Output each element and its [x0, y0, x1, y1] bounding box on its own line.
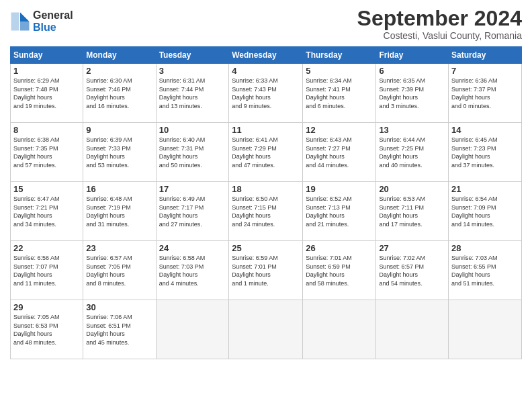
day-3: 3 Sunrise: 6:31 AMSunset: 7:44 PMDayligh… — [156, 64, 229, 123]
day-22: 22 Sunrise: 6:56 AMSunset: 7:07 PMDaylig… — [11, 241, 83, 300]
svg-rect-2 — [11, 12, 19, 30]
day-8: 8 Sunrise: 6:38 AMSunset: 7:35 PMDayligh… — [11, 123, 83, 182]
day-13: 13 Sunrise: 6:44 AMSunset: 7:25 PMDaylig… — [376, 123, 449, 182]
logo-text: General Blue — [33, 9, 73, 33]
header-thursday: Thursday — [303, 47, 376, 64]
svg-marker-1 — [20, 21, 30, 31]
logo-general-text: General — [33, 9, 73, 21]
day-25: 25 Sunrise: 6:59 AMSunset: 7:01 PMDaylig… — [229, 241, 303, 300]
day-19: 19 Sunrise: 6:52 AMSunset: 7:13 PMDaylig… — [303, 182, 376, 241]
empty-cell-3 — [303, 300, 376, 359]
day-26: 26 Sunrise: 7:01 AMSunset: 6:59 PMDaylig… — [303, 241, 376, 300]
day-30: 30 Sunrise: 7:06 AMSunset: 6:51 PMDaylig… — [83, 300, 156, 359]
header-wednesday: Wednesday — [229, 47, 303, 64]
day-10: 10 Sunrise: 6:40 AMSunset: 7:31 PMDaylig… — [156, 123, 229, 182]
day-11: 11 Sunrise: 6:41 AMSunset: 7:29 PMDaylig… — [229, 123, 303, 182]
day-28: 28 Sunrise: 7:03 AMSunset: 6:55 PMDaylig… — [449, 241, 522, 300]
empty-cell-1 — [156, 300, 229, 359]
day-4: 4 Sunrise: 6:33 AMSunset: 7:43 PMDayligh… — [229, 64, 303, 123]
month-title: September 2024 — [357, 7, 522, 30]
day-12: 12 Sunrise: 6:43 AMSunset: 7:27 PMDaylig… — [303, 123, 376, 182]
day-7: 7 Sunrise: 6:36 AMSunset: 7:37 PMDayligh… — [449, 64, 522, 123]
week-4: 22 Sunrise: 6:56 AMSunset: 7:07 PMDaylig… — [11, 241, 522, 300]
day-9: 9 Sunrise: 6:39 AMSunset: 7:33 PMDayligh… — [83, 123, 156, 182]
day-1: 1 Sunrise: 6:29 AMSunset: 7:48 PMDayligh… — [11, 64, 83, 123]
page: General Blue September 2024 Costesti, Va… — [0, 0, 532, 411]
week-5: 29 Sunrise: 7:05 AMSunset: 6:53 PMDaylig… — [11, 300, 522, 359]
day-14: 14 Sunrise: 6:45 AMSunset: 7:23 PMDaylig… — [449, 123, 522, 182]
days-header-row: Sunday Monday Tuesday Wednesday Thursday… — [11, 47, 522, 64]
title-section: September 2024 Costesti, Vaslui County, … — [357, 7, 522, 41]
day-23: 23 Sunrise: 6:57 AMSunset: 7:05 PMDaylig… — [83, 241, 156, 300]
day-18: 18 Sunrise: 6:50 AMSunset: 7:15 PMDaylig… — [229, 182, 303, 241]
day-16: 16 Sunrise: 6:48 AMSunset: 7:19 PMDaylig… — [83, 182, 156, 241]
week-1: 1 Sunrise: 6:29 AMSunset: 7:48 PMDayligh… — [11, 64, 522, 123]
logo: General Blue — [10, 9, 73, 33]
empty-cell-4 — [376, 300, 449, 359]
day-17: 17 Sunrise: 6:49 AMSunset: 7:17 PMDaylig… — [156, 182, 229, 241]
day-24: 24 Sunrise: 6:58 AMSunset: 7:03 PMDaylig… — [156, 241, 229, 300]
day-21: 21 Sunrise: 6:54 AMSunset: 7:09 PMDaylig… — [449, 182, 522, 241]
logo-icon — [10, 11, 30, 32]
day-6: 6 Sunrise: 6:35 AMSunset: 7:39 PMDayligh… — [376, 64, 449, 123]
day-15: 15 Sunrise: 6:47 AMSunset: 7:21 PMDaylig… — [11, 182, 83, 241]
header: General Blue September 2024 Costesti, Va… — [10, 7, 522, 41]
empty-cell-2 — [229, 300, 303, 359]
day-2: 2 Sunrise: 6:30 AMSunset: 7:46 PMDayligh… — [83, 64, 156, 123]
empty-cell-5 — [449, 300, 522, 359]
header-monday: Monday — [83, 47, 156, 64]
calendar-table: Sunday Monday Tuesday Wednesday Thursday… — [10, 46, 522, 359]
logo-blue-text: Blue — [33, 21, 73, 34]
week-3: 15 Sunrise: 6:47 AMSunset: 7:21 PMDaylig… — [11, 182, 522, 241]
location-subtitle: Costesti, Vaslui County, Romania — [357, 30, 522, 41]
header-sunday: Sunday — [11, 47, 83, 64]
day-5: 5 Sunrise: 6:34 AMSunset: 7:41 PMDayligh… — [303, 64, 376, 123]
day-27: 27 Sunrise: 7:02 AMSunset: 6:57 PMDaylig… — [376, 241, 449, 300]
header-tuesday: Tuesday — [156, 47, 229, 64]
header-friday: Friday — [376, 47, 449, 64]
svg-marker-0 — [20, 12, 30, 21]
week-2: 8 Sunrise: 6:38 AMSunset: 7:35 PMDayligh… — [11, 123, 522, 182]
header-saturday: Saturday — [449, 47, 522, 64]
day-20: 20 Sunrise: 6:53 AMSunset: 7:11 PMDaylig… — [376, 182, 449, 241]
day-29: 29 Sunrise: 7:05 AMSunset: 6:53 PMDaylig… — [11, 300, 83, 359]
